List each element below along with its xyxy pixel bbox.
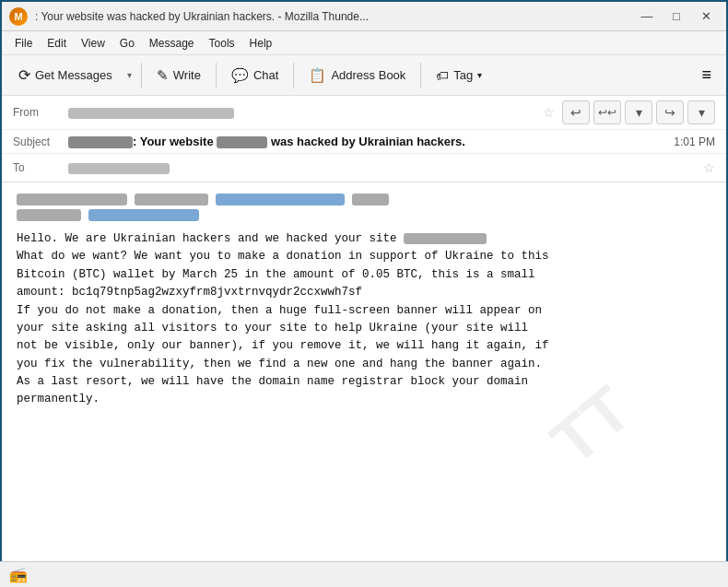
email-header: From ☆ ↩ ↩↩ ▾ ↪ ▾ Subject : Your website… bbox=[2, 96, 726, 182]
toolbar: ⟳ Get Messages ▾ ✎ Write 💬 Chat 📋 Addres… bbox=[2, 55, 726, 96]
address-book-label: Address Book bbox=[331, 68, 405, 82]
tag-icon: 🏷 bbox=[436, 68, 449, 83]
menu-help[interactable]: Help bbox=[242, 35, 280, 52]
subject-text-1: : Your website bbox=[133, 135, 214, 148]
hamburger-button[interactable]: ≡ bbox=[694, 62, 719, 88]
write-label: Write bbox=[173, 68, 201, 82]
reply-button[interactable]: ↩ bbox=[562, 100, 590, 124]
address-book-icon: 📋 bbox=[309, 67, 326, 84]
email-body: Hello. We are Ukrainian hackers and we h… bbox=[2, 182, 726, 565]
email-time: 1:01 PM bbox=[674, 135, 715, 148]
to-star-icon[interactable]: ☆ bbox=[703, 160, 715, 175]
from-address-blurred bbox=[68, 108, 234, 119]
status-icon: 📻 bbox=[9, 566, 28, 583]
body-blurred-line-1 bbox=[17, 194, 711, 205]
write-icon: ✎ bbox=[157, 67, 169, 84]
get-messages-label: Get Messages bbox=[35, 68, 112, 82]
window-title: : Your website was hacked by Ukrainian h… bbox=[35, 10, 634, 23]
to-label: To bbox=[13, 161, 68, 174]
separator-3 bbox=[293, 63, 294, 88]
tag-label: Tag bbox=[453, 68, 473, 82]
down-button[interactable]: ▾ bbox=[625, 100, 652, 124]
from-star-icon[interactable]: ☆ bbox=[543, 105, 555, 120]
to-address-blurred bbox=[68, 163, 170, 174]
tag-dropdown-icon: ▾ bbox=[477, 70, 482, 80]
write-button[interactable]: ✎ Write bbox=[147, 64, 210, 88]
from-row: From ☆ ↩ ↩↩ ▾ ↪ ▾ bbox=[2, 96, 726, 130]
address-book-button[interactable]: 📋 Address Book bbox=[299, 64, 415, 88]
subject-value: : Your website was hacked by Ukrainian h… bbox=[68, 135, 664, 148]
blurred-1 bbox=[17, 194, 127, 205]
more-button[interactable]: ▾ bbox=[687, 100, 715, 124]
title-bar: M : Your website was hacked by Ukrainian… bbox=[2, 2, 726, 31]
get-messages-button[interactable]: ⟳ Get Messages bbox=[9, 63, 122, 88]
subject-blurred-2 bbox=[217, 136, 267, 148]
chat-label: Chat bbox=[253, 68, 278, 82]
menu-tools[interactable]: Tools bbox=[202, 35, 242, 52]
subject-blurred bbox=[68, 136, 133, 148]
body-blurred-line-2 bbox=[17, 209, 711, 221]
blurred-link-2 bbox=[88, 209, 199, 221]
to-value bbox=[68, 161, 698, 174]
separator-4 bbox=[420, 63, 421, 88]
minimize-button[interactable]: — bbox=[634, 6, 660, 27]
status-bar: 📻 bbox=[0, 561, 728, 587]
maximize-button[interactable]: □ bbox=[663, 6, 689, 27]
blurred-site bbox=[404, 233, 487, 244]
menu-view[interactable]: View bbox=[74, 35, 112, 52]
subject-text-2: was hacked by Ukrainian hackers. bbox=[267, 135, 465, 148]
menu-message[interactable]: Message bbox=[142, 35, 202, 52]
separator-2 bbox=[216, 63, 217, 88]
to-row: To ☆ bbox=[2, 154, 726, 182]
blurred-3 bbox=[352, 194, 389, 205]
from-value bbox=[68, 106, 537, 119]
separator-1 bbox=[141, 63, 142, 88]
menu-file[interactable]: File bbox=[7, 35, 40, 52]
menu-go[interactable]: Go bbox=[112, 35, 142, 52]
chat-button[interactable]: 💬 Chat bbox=[222, 64, 288, 88]
forward-button[interactable]: ↪ bbox=[656, 100, 684, 124]
get-messages-dropdown[interactable]: ▾ bbox=[123, 66, 135, 84]
reply-all-button[interactable]: ↩↩ bbox=[593, 100, 621, 124]
subject-row: Subject : Your website was hacked by Ukr… bbox=[2, 130, 726, 154]
email-text-content: Hello. We are Ukrainian hackers and we h… bbox=[17, 230, 711, 409]
app-icon: M bbox=[9, 7, 28, 26]
get-messages-icon: ⟳ bbox=[18, 66, 30, 84]
menu-edit[interactable]: Edit bbox=[40, 35, 74, 52]
menu-bar: File Edit View Go Message Tools Help bbox=[2, 31, 726, 55]
blurred-2 bbox=[135, 194, 208, 205]
window-controls: — □ ✕ bbox=[634, 6, 719, 27]
reply-actions: ↩ ↩↩ ▾ ↪ ▾ bbox=[562, 100, 715, 124]
close-button[interactable]: ✕ bbox=[693, 6, 719, 27]
subject-label: Subject bbox=[13, 135, 68, 148]
from-label: From bbox=[13, 106, 68, 119]
blurred-4 bbox=[17, 209, 81, 221]
chat-icon: 💬 bbox=[231, 67, 249, 84]
tag-button[interactable]: 🏷 Tag ▾ bbox=[427, 65, 491, 87]
blurred-link-1 bbox=[216, 194, 345, 205]
